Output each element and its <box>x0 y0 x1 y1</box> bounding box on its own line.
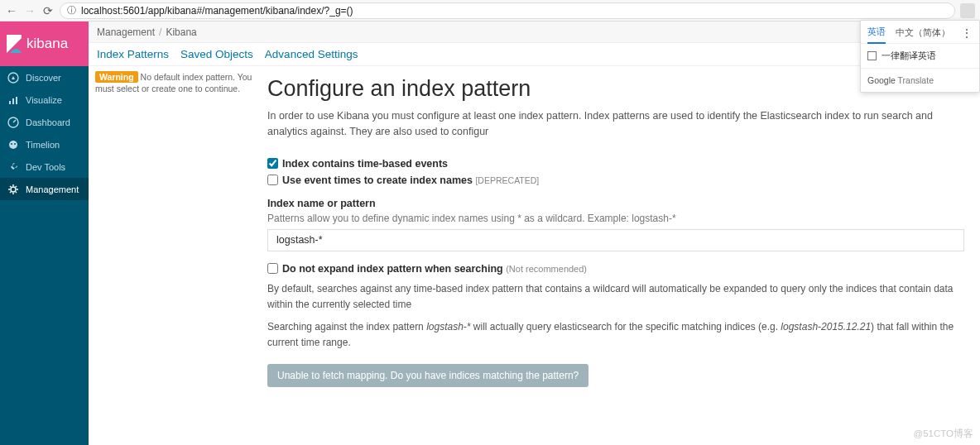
breadcrumb-kibana[interactable]: Kibana <box>166 26 196 38</box>
page-intro: In order to use Kibana you must configur… <box>267 108 972 140</box>
gear-icon <box>7 184 19 195</box>
svg-line-15 <box>16 191 17 192</box>
svg-point-9 <box>11 187 16 192</box>
url-text: localhost:5601/app/kibana#/management/ki… <box>81 5 353 17</box>
svg-point-8 <box>14 143 16 145</box>
app-shell: kibana Discover Visualize Dashboard Time… <box>0 22 980 445</box>
svg-point-6 <box>9 141 17 149</box>
translate-tabs: 英语 中文（简体） ⋮ <box>861 21 979 44</box>
expl2-a: Searching against the index pattern <box>267 321 426 333</box>
main-area: Management / Kibana Index Patterns Saved… <box>89 22 980 445</box>
sidebar-item-label: Dashboard <box>26 117 70 127</box>
translate-always-label: 一律翻译英语 <box>882 50 936 62</box>
translate-always-row[interactable]: 一律翻译英语 <box>861 44 979 69</box>
warning-column: WarningNo default index pattern. You mus… <box>89 66 267 445</box>
chart-icon <box>7 94 19 106</box>
browser-toolbar: ← → ⟳ ⓘ localhost:5601/app/kibana#/manag… <box>0 0 980 22</box>
checkbox-event-times[interactable] <box>267 175 278 185</box>
kibana-logo[interactable]: kibana <box>0 22 89 66</box>
breadcrumb-sep: / <box>159 26 161 38</box>
explain-1: By default, searches against any time-ba… <box>267 281 972 313</box>
reload-icon[interactable]: ⟳ <box>41 4 55 17</box>
extension-icon[interactable] <box>960 3 975 18</box>
sidebar-item-timelion[interactable]: Timelion <box>0 133 89 156</box>
svg-line-5 <box>13 120 16 122</box>
label-event-times[interactable]: Use event times to create index names [D… <box>282 175 539 186</box>
compass-icon <box>7 72 19 84</box>
logo-icon <box>5 33 23 55</box>
svg-rect-3 <box>16 97 17 104</box>
explain-2: Searching against the index pattern logs… <box>267 319 972 351</box>
expl2-i2: logstash-2015.12.21 <box>781 321 871 333</box>
svg-rect-2 <box>12 98 14 104</box>
sidebar-item-devtools[interactable]: Dev Tools <box>0 156 89 178</box>
label-no-expand[interactable]: Do not expand index pattern when searchi… <box>282 263 587 275</box>
warning-label: Warning <box>95 71 138 83</box>
subnav-index-patterns[interactable]: Index Patterns <box>97 48 169 60</box>
warning-box: WarningNo default index pattern. You mus… <box>95 71 261 94</box>
checkbox-time-events[interactable] <box>267 158 278 169</box>
info-icon: ⓘ <box>67 4 76 17</box>
back-icon[interactable]: ← <box>5 4 18 17</box>
fetch-status-button: Unable to fetch mapping. Do you have ind… <box>267 364 588 387</box>
more-icon[interactable]: ⋮ <box>961 26 973 40</box>
lion-icon <box>7 139 19 151</box>
expl2-i1: logstash-* <box>426 321 470 333</box>
svg-line-17 <box>16 186 17 187</box>
google-label: Google <box>867 75 896 85</box>
index-name-label: Index name or pattern <box>267 198 972 209</box>
sidebar: kibana Discover Visualize Dashboard Time… <box>0 22 89 445</box>
subnav: Index Patterns Saved Objects Advanced Se… <box>89 43 980 66</box>
translate-tab-cn[interactable]: 中文（简体） <box>896 26 950 39</box>
translate-tab-en[interactable]: 英语 <box>867 26 886 44</box>
sidebar-item-visualize[interactable]: Visualize <box>0 89 89 111</box>
forward-icon[interactable]: → <box>23 4 36 17</box>
watermark: @51CTO博客 <box>913 428 973 440</box>
row-no-expand: Do not expand index pattern when searchi… <box>267 263 972 275</box>
translate-brand: Google Translate <box>861 69 979 92</box>
sidebar-item-label: Management <box>26 184 79 194</box>
svg-line-16 <box>10 191 11 192</box>
checkbox-no-expand[interactable] <box>267 263 278 274</box>
address-bar[interactable]: ⓘ localhost:5601/app/kibana#/management/… <box>60 2 955 19</box>
deprecated-tag: [DEPRECATED] <box>475 175 539 185</box>
breadcrumb-management[interactable]: Management <box>97 26 155 38</box>
sidebar-nav: Discover Visualize Dashboard Timelion De… <box>0 66 89 200</box>
row-time-events: Index contains time-based events <box>267 158 972 170</box>
sidebar-item-dashboard[interactable]: Dashboard <box>0 111 89 133</box>
svg-point-7 <box>11 143 12 145</box>
label-no-expand-text: Do not expand index pattern when searchi… <box>282 263 503 275</box>
subnav-advanced-settings[interactable]: Advanced Settings <box>265 48 358 60</box>
translate-label: Translate <box>896 75 934 85</box>
wrench-icon <box>7 161 19 173</box>
sidebar-item-label: Dev Tools <box>26 162 65 172</box>
label-time-events[interactable]: Index contains time-based events <box>282 158 448 170</box>
index-name-help: Patterns allow you to define dynamic ind… <box>267 213 972 224</box>
svg-line-14 <box>10 186 11 187</box>
subnav-saved-objects[interactable]: Saved Objects <box>180 48 253 60</box>
sidebar-item-management[interactable]: Management <box>0 178 89 200</box>
index-name-input[interactable] <box>267 229 964 251</box>
content-row: WarningNo default index pattern. You mus… <box>89 66 980 445</box>
page-body: Configure an index pattern In order to u… <box>267 66 980 445</box>
breadcrumb: Management / Kibana <box>89 22 980 43</box>
gauge-icon <box>7 117 19 128</box>
expl2-b: will actually query elasticsearch for th… <box>471 321 781 333</box>
expand-block: Do not expand index pattern when searchi… <box>267 263 972 388</box>
label-event-times-text: Use event times to create index names <box>282 175 473 186</box>
sidebar-item-discover[interactable]: Discover <box>0 66 89 89</box>
sidebar-item-label: Discover <box>26 73 61 83</box>
checkbox-icon[interactable] <box>867 51 877 60</box>
logo-text: kibana <box>26 36 68 52</box>
svg-rect-1 <box>9 101 11 104</box>
row-event-times: Use event times to create index names [D… <box>267 175 972 186</box>
sidebar-item-label: Timelion <box>26 140 60 150</box>
sidebar-item-label: Visualize <box>26 95 62 105</box>
index-name-block: Index name or pattern Patterns allow you… <box>267 198 972 251</box>
translate-popup: 英语 中文（简体） ⋮ 一律翻译英语 Google Translate <box>860 20 980 93</box>
not-recommended: (Not recommended) <box>506 264 587 274</box>
